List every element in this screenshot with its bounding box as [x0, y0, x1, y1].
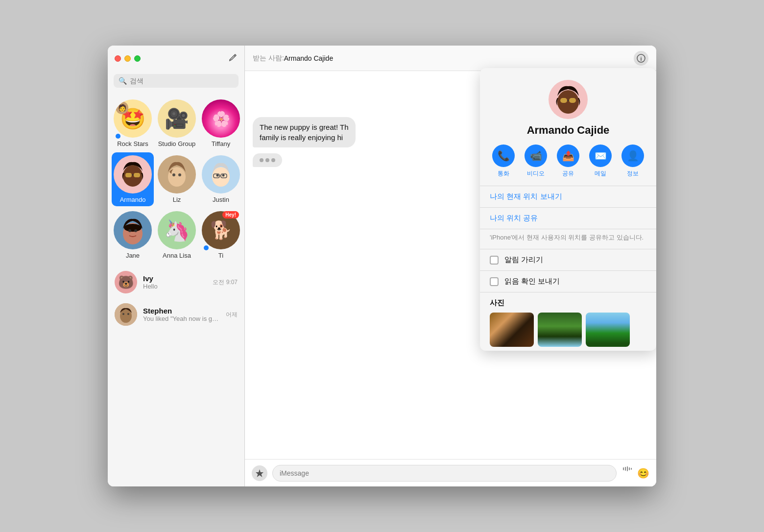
compose-button[interactable]: [229, 53, 238, 64]
pinned-label-rock-stars: Rock Stars: [117, 140, 148, 147]
pinned-item-armando[interactable]: Armando: [112, 152, 154, 206]
svg-point-18: [124, 224, 142, 232]
pinned-label-armando: Armando: [120, 196, 146, 203]
svg-rect-30: [629, 467, 630, 470]
svg-point-24: [127, 313, 129, 315]
photo-thumb-2[interactable]: [538, 313, 582, 347]
conversation-item-stephen[interactable]: Stephen You liked "Yeah now is good!" 어제: [108, 298, 244, 331]
read-receipt-checkbox[interactable]: [490, 277, 499, 286]
svg-point-23: [122, 313, 124, 315]
avatar-overlay-rockstars: 🧑: [116, 101, 128, 114]
info-actions: 📞 통화 📹 비디오 📤 공유 ✉️ 메일 👤 정보: [480, 145, 656, 186]
conv-content-stephen: Stephen You liked "Yeah now is good!": [143, 307, 220, 322]
svg-rect-27: [623, 467, 624, 470]
svg-text:i: i: [640, 55, 642, 61]
app-window: 🔍 🤩 🧑 Rock Stars 🎥 Studio Group 🌸: [108, 46, 656, 486]
photos-grid: [490, 313, 646, 347]
emoji-button[interactable]: 😊: [637, 467, 649, 479]
pinned-label-jane: Jane: [126, 252, 140, 259]
avatar-rock-stars: 🤩 🧑: [114, 99, 152, 138]
minimize-button[interactable]: [124, 55, 131, 62]
pinned-label-tiffany: Tiffany: [212, 140, 230, 147]
maximize-button[interactable]: [134, 55, 141, 62]
read-receipt-toggle-item[interactable]: 읽음 확인 보내기: [480, 271, 656, 292]
message-input[interactable]: [272, 465, 617, 482]
pinned-item-liz[interactable]: Liz: [156, 152, 198, 206]
message-bubble-2: The new puppy is great! Thfamily is real…: [253, 117, 356, 147]
justin-face-svg: [204, 157, 238, 192]
info-action-call[interactable]: 📞 통화: [492, 145, 515, 178]
conv-preview-ivy: Hello: [143, 283, 207, 290]
call-icon-bg: 📞: [492, 145, 515, 167]
avatar-anna-lisa: 🦄: [158, 211, 196, 249]
pinned-item-jane[interactable]: Jane: [112, 208, 154, 262]
photos-header: 사진: [490, 298, 646, 308]
stephen-face-svg: [115, 303, 137, 326]
svg-rect-35: [569, 98, 576, 103]
conversation-list: 🐻 Ivy Hello 오전 9:07: [108, 266, 244, 486]
mail-icon-bg: ✉️: [589, 145, 612, 167]
photo-thumb-1[interactable]: [490, 313, 534, 347]
call-label: 통화: [498, 169, 509, 178]
message-text-2: The new puppy is great! Thfamily is real…: [260, 123, 349, 142]
info-label: 정보: [627, 169, 639, 178]
avatar-liz: [158, 155, 196, 193]
sidebar: 🔍 🤩 🧑 Rock Stars 🎥 Studio Group 🌸: [108, 46, 245, 486]
pinned-item-rock-stars[interactable]: 🤩 🧑 Rock Stars: [112, 97, 154, 150]
avatar-studio-group: 🎥: [158, 99, 196, 138]
app-store-button[interactable]: [252, 465, 267, 481]
jane-face-svg: [116, 213, 150, 247]
info-panel-avatar: [549, 80, 588, 119]
pinned-item-ti[interactable]: Hey! 🐕 Ti: [200, 208, 242, 262]
share-icon-bg: 📤: [557, 145, 579, 167]
info-action-mail[interactable]: ✉️ 메일: [589, 145, 612, 178]
conv-name-stephen: Stephen: [143, 307, 220, 315]
svg-point-7: [172, 173, 175, 176]
svg-rect-31: [631, 468, 632, 470]
search-input[interactable]: [130, 77, 234, 85]
info-icon: i: [637, 54, 645, 63]
ti-notification-badge: Hey!: [222, 211, 239, 218]
recipient-name: Armando Cajide: [284, 54, 333, 62]
share-label: 공유: [562, 169, 574, 178]
read-receipt-toggle-label: 읽음 확인 보내기: [504, 277, 560, 286]
mail-label: 메일: [595, 169, 606, 178]
traffic-lights: [115, 55, 141, 62]
chat-header: 받는 사람: Armando Cajide i: [245, 46, 656, 71]
conv-time-stephen: 어제: [226, 311, 238, 319]
info-action-info[interactable]: 👤 정보: [621, 145, 644, 178]
mute-toggle-label: 알림 가리기: [504, 255, 543, 265]
search-bar[interactable]: 🔍: [114, 74, 239, 88]
conv-content-ivy: Ivy Hello: [143, 274, 207, 290]
info-action-video[interactable]: 📹 비디오: [525, 145, 547, 178]
info-avatar-svg: [550, 81, 586, 118]
conversation-item-ivy[interactable]: 🐻 Ivy Hello 오전 9:07: [108, 266, 244, 298]
close-button[interactable]: [115, 55, 121, 62]
pinned-item-justin[interactable]: Justin: [200, 152, 242, 206]
avatar-stephen: [115, 303, 137, 326]
photo-thumb-3[interactable]: [586, 313, 630, 347]
pinned-item-studio-group[interactable]: 🎥 Studio Group: [156, 97, 198, 150]
avatar-armando: [114, 155, 152, 193]
svg-rect-3: [134, 173, 140, 177]
svg-rect-2: [125, 173, 132, 177]
audio-button[interactable]: [621, 466, 632, 480]
liz-face-svg: [160, 157, 194, 192]
avatar-justin: [202, 155, 240, 193]
titlebar: [108, 46, 244, 71]
svg-point-6: [168, 167, 186, 187]
pinned-item-tiffany[interactable]: 🌸 Tiffany: [200, 97, 242, 150]
info-button[interactable]: i: [634, 51, 648, 66]
unread-indicator: [116, 134, 120, 139]
location-send-item[interactable]: 나의 현재 위치 보내기: [480, 186, 656, 208]
audio-icon: [621, 466, 632, 477]
pinned-item-anna-lisa[interactable]: 🦄 Anna Lisa: [156, 208, 198, 262]
mute-checkbox[interactable]: [490, 256, 499, 265]
avatar-tiffany: 🌸: [202, 99, 240, 138]
location-share-item[interactable]: 나의 위치 공유: [480, 208, 656, 229]
app-store-icon: [255, 469, 264, 478]
info-action-share[interactable]: 📤 공유: [557, 145, 579, 178]
mute-toggle-item[interactable]: 알림 가리기: [480, 249, 656, 271]
typing-dot-1: [260, 158, 263, 162]
pinned-label-justin: Justin: [213, 196, 229, 203]
